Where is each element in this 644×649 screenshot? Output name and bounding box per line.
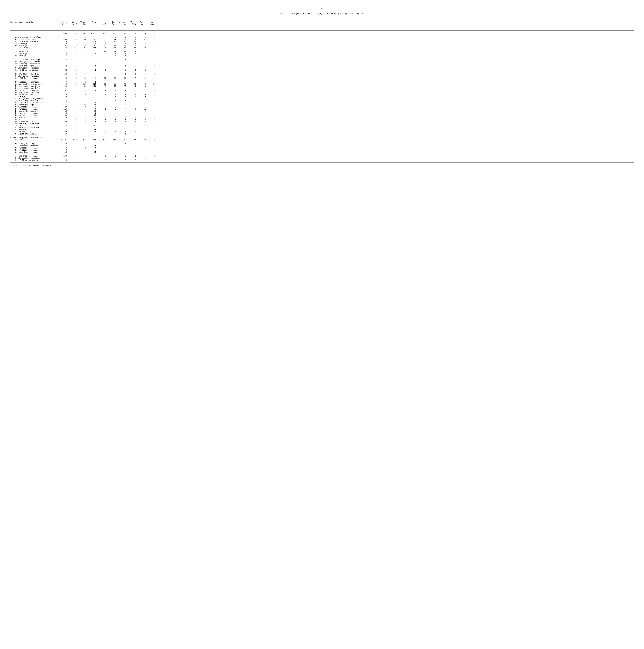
cell: – (117, 114, 126, 116)
row-label: Skolelege ................ (15, 95, 57, 98)
cell: – (87, 55, 96, 57)
cell: 61 (97, 83, 106, 85)
cell: 92 (58, 131, 67, 133)
row-code: 9333 (10, 137, 14, 139)
table-row: Tilsynslege ..............16230–0131– (10, 53, 634, 55)
cell: – (137, 145, 146, 147)
cell: 0 (87, 53, 96, 55)
row-label: Stadsfysikus, stadslege (15, 67, 57, 69)
cell: 16 (87, 121, 96, 123)
cell: – (127, 112, 136, 114)
cell: – (68, 129, 77, 131)
cell: 11 (146, 38, 156, 41)
table-row: Annen stilling ...........9237401155–– (10, 131, 634, 133)
cell: 24 (87, 143, 96, 145)
cell: 1 (127, 55, 136, 57)
table-row: åndssvakeomsorgen ........121–1––1111 (10, 65, 634, 67)
table-header-row: Næringsgruppe og yrke I altTotal Øst-fol… (10, 21, 634, 25)
cell: – (68, 149, 77, 151)
cell: – (137, 104, 146, 106)
cell: 11 (68, 85, 77, 87)
cell: 1 (146, 155, 156, 157)
row-label: Vitenskapelig assistent, (15, 127, 57, 129)
cell: – (127, 106, 136, 108)
cell: – (146, 159, 156, 161)
table: Næringsgruppe og yrke I altTotal Øst-fol… (10, 21, 634, 166)
cell: 1 (137, 55, 146, 57)
cell: – (146, 121, 156, 123)
row-label: Amanuensis, universitets- (15, 123, 57, 125)
cell: 2 (68, 159, 77, 161)
table-row: Assisterende fylkeslege ..2412–1211–1 (10, 59, 634, 61)
cell: – (68, 151, 77, 153)
table-row: I ALT .......................7 093343485… (10, 33, 634, 35)
cell: 72 (117, 83, 126, 85)
row-label: åndssvakeomsorgen ........ (15, 65, 57, 67)
cell: 4 (68, 43, 77, 45)
cell: 40 (77, 38, 86, 41)
cell: 1 (97, 131, 106, 133)
cell: 1 (146, 43, 156, 45)
cell: – (137, 133, 146, 135)
cell: 2 (87, 69, 96, 71)
cell: 39 (58, 114, 67, 116)
cell: – (146, 151, 156, 153)
row-label: Assisterende fylkeslege .. (15, 59, 57, 61)
cell: 28 (68, 51, 77, 53)
cell: 2 (68, 69, 77, 71)
cell: 1 (87, 36, 96, 38)
row-label: Fastlønnet sanitetsoffiser (15, 102, 57, 104)
row-label: Praktiserende spesialist (15, 85, 57, 87)
cell: 4 (77, 129, 86, 131)
cell: 4 (137, 155, 146, 157)
cell: – (107, 65, 116, 67)
table-row: kl. I-II og særklasse ....222–21–222– (10, 69, 634, 71)
table-row: Amanuensis, universitets- (10, 123, 634, 125)
table-body: I ALT .......................7 093343485… (10, 33, 634, 161)
table-row: Medisinsk konsulent ......12––10––––0– (10, 110, 634, 112)
col-header: Opp-land (107, 21, 116, 25)
cell: – (107, 149, 116, 151)
cell: – (127, 151, 136, 153)
cell: 2 (77, 95, 86, 98)
cell: 0 (97, 95, 106, 98)
cell: – (97, 121, 106, 123)
cell: 15 (87, 151, 96, 153)
cell: 35 (107, 77, 116, 79)
table-row: Fylkeslege ...............1611–111111 (10, 55, 634, 57)
cell: – (87, 59, 96, 61)
table-row: Dosent ...................39––25–––––– (10, 114, 634, 116)
cell: 0 (137, 110, 146, 112)
cell: – (77, 114, 86, 116)
row-spacer (10, 135, 634, 137)
cell: – (87, 155, 96, 157)
cell: – (127, 149, 136, 151)
cell: – (77, 69, 86, 71)
table-row: Professor ................93––42–––––– (10, 112, 634, 114)
cell: 9 (87, 116, 96, 118)
cell: – (137, 149, 146, 151)
cell: – (117, 110, 126, 112)
cell: – (117, 129, 126, 131)
cell: 25 (87, 114, 96, 116)
cell: 2 (68, 53, 77, 55)
row-label: Helsestasjons- og diag- (15, 91, 57, 93)
cell: – (97, 93, 106, 95)
cell: 16 (77, 104, 86, 106)
cell: 1 (97, 108, 106, 110)
cell: 1 (146, 59, 156, 61)
cell: 152 (87, 85, 96, 87)
cell: 1 (117, 59, 126, 61)
cell: 21 (137, 51, 146, 53)
cell: 89 (137, 139, 146, 141)
header-label: Næringsgruppe og yrke (10, 21, 57, 23)
cell: 101 (77, 47, 86, 49)
cell: 31 (137, 38, 146, 41)
cell: 12 (97, 45, 106, 47)
cell: 2 (127, 159, 136, 161)
cell: 591 (58, 45, 67, 47)
cell: – (97, 102, 106, 104)
cell: 19 (58, 133, 67, 135)
cell: 85 (87, 129, 96, 131)
cell: 1 (107, 89, 116, 91)
